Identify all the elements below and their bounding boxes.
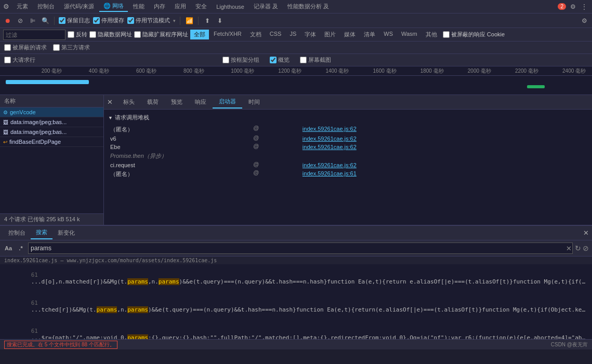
bottom-section: 控制台 搜索 新变化 ✕ Aa .* ✕ ↻ ⊘ index.59261cae.… xyxy=(0,225,592,349)
filter-input[interactable] xyxy=(3,30,65,40)
settings-icon[interactable]: ⚙ xyxy=(568,2,577,11)
filter-icon[interactable]: ⊫ xyxy=(28,16,37,25)
call-stack-row-anonymous: （匿名） @ index.59261cae.js:62 xyxy=(108,125,588,134)
filter-tag-css[interactable]: CSS xyxy=(266,30,285,39)
regex-btn[interactable]: .* xyxy=(16,243,26,253)
request-item-genvcode[interactable]: ⚙ genVcode xyxy=(0,107,103,117)
result-line-3[interactable]: 61 ...$r={path:"/",name:void 0,params:{}… xyxy=(0,320,592,339)
attribution: CSDN @夜无宵 xyxy=(551,341,588,348)
stop-icon[interactable]: ⊘ xyxy=(16,16,25,25)
file-link[interactable]: index.59261cae.js:61 xyxy=(302,170,357,177)
more-icon[interactable]: ⋮ xyxy=(580,2,589,11)
disable-throttle-checkbox[interactable]: 停用节流模式 xyxy=(127,17,170,24)
filter-tag-all[interactable]: 全部 xyxy=(190,30,209,39)
at-sign: @ xyxy=(251,169,300,179)
tick-800: 800 毫秒 xyxy=(183,68,204,75)
file-link[interactable]: index.59261cae.js:62 xyxy=(302,144,357,150)
file-link[interactable]: index.59261cae.js:62 xyxy=(302,162,357,168)
filter-tag-media[interactable]: 媒体 xyxy=(340,30,359,39)
file-link[interactable]: index.59261cae.js:62 xyxy=(302,136,357,142)
request-item-name: data:image/jpeg;bas... xyxy=(10,119,100,125)
third-party-checkbox[interactable]: 第三方请求 xyxy=(53,44,90,51)
result-line-1[interactable]: 61 ...d[o],n.matched[r])&&Mg(t.params,n.… xyxy=(0,264,592,292)
divider xyxy=(54,17,55,25)
tab-network[interactable]: 🌐 网络 xyxy=(99,1,128,12)
tab-console[interactable]: 控制台 xyxy=(33,2,59,11)
blocked-requests-checkbox[interactable]: 被屏蔽的请求 xyxy=(4,44,47,51)
tick-400: 400 毫秒 xyxy=(89,68,109,75)
detail-tab-payload[interactable]: 载荷 xyxy=(141,96,165,108)
invert-checkbox[interactable]: 反转 xyxy=(68,31,87,38)
preserve-log-checkbox[interactable]: 保留日志 xyxy=(59,17,90,24)
bottom-tab-search[interactable]: 搜索 xyxy=(31,226,52,239)
bottom-tab-console[interactable]: 控制台 xyxy=(3,227,31,239)
group-by-frame-checkbox[interactable]: 按框架分组 xyxy=(222,56,259,64)
detail-tab-response[interactable]: 响应 xyxy=(189,96,213,108)
detail-tabs: ✕ 标头 载荷 预览 响应 启动器 时间 xyxy=(104,95,592,110)
tab-perf-insights[interactable]: 性能数据分析 及 xyxy=(283,2,333,11)
large-rows-checkbox[interactable]: 大请求行 xyxy=(4,56,35,64)
overview-checkbox[interactable]: 概览 xyxy=(270,56,290,64)
tick-1800: 1800 毫秒 xyxy=(420,68,444,75)
detail-tab-headers[interactable]: 标头 xyxy=(117,96,141,108)
filter-tag-other[interactable]: 其他 xyxy=(422,30,441,39)
upload-icon[interactable]: ⬆ xyxy=(203,16,212,25)
filter-row: 反转 隐藏数据网址 隐藏扩展程序网址 全部 Fetch/XHR 文档 CSS J… xyxy=(0,28,592,42)
hide-data-url-checkbox[interactable]: 隐藏数据网址 xyxy=(89,31,132,38)
filter-tag-img[interactable]: 图片 xyxy=(321,30,339,39)
extra-filter-row: 被屏蔽的请求 第三方请求 xyxy=(0,42,592,54)
tab-recorder[interactable]: 记录器 及 xyxy=(249,2,282,11)
search-icon[interactable]: 🔍 xyxy=(41,16,50,25)
filter-tag-fetch-xhr[interactable]: Fetch/XHR xyxy=(210,30,245,39)
func-name: （匿名） xyxy=(108,125,251,134)
request-item-img1[interactable]: 🖼 data:image/jpeg;bas... xyxy=(0,117,103,127)
download-icon[interactable]: ⬇ xyxy=(215,16,225,25)
filter-tag-js[interactable]: JS xyxy=(286,30,300,39)
tab-performance[interactable]: 性能 xyxy=(129,2,149,11)
line-number: 61 xyxy=(31,300,38,306)
bottom-tab-changes[interactable]: 新变化 xyxy=(52,227,80,239)
call-stack-row-ebe: Ebe @ index.59261cae.js:62 xyxy=(108,143,588,151)
disable-cache-checkbox[interactable]: 停用缓存 xyxy=(93,17,124,24)
search-cancel-btn[interactable]: ⊘ xyxy=(583,244,589,252)
func-name: Ebe xyxy=(108,143,251,151)
timeline-bar-blue xyxy=(6,80,88,84)
filter-tag-ws[interactable]: WS xyxy=(380,30,397,39)
tick-2200: 2200 毫秒 xyxy=(515,68,538,75)
result-line-2[interactable]: 61 ...tched[r])&&Mg(t.params,n.params)&&… xyxy=(0,292,592,320)
detail-tab-preview[interactable]: 预览 xyxy=(165,96,189,108)
detail-tab-timing[interactable]: 时间 xyxy=(242,96,266,108)
filter-tag-doc[interactable]: 文档 xyxy=(246,30,265,39)
left-panel: 名称 ⚙ genVcode 🖼 data:image/jpeg;bas... 🖼… xyxy=(0,95,104,225)
request-item-find[interactable]: ↩ findBaseEntDpPage xyxy=(0,137,103,147)
search-clear-btn[interactable]: ✕ xyxy=(566,245,572,252)
blocked-cookie-checkbox[interactable]: 被屏蔽的响应 Cookie xyxy=(443,31,505,38)
network-settings-icon[interactable]: ⚙ xyxy=(580,16,589,25)
search-input[interactable] xyxy=(28,242,573,254)
main-split: 名称 ⚙ genVcode 🖼 data:image/jpeg;bas... 🖼… xyxy=(0,95,592,225)
options-row: 大请求行 按框架分组 概览 屏幕截图 xyxy=(0,54,592,66)
file-link[interactable]: index.59261cae.js:62 xyxy=(302,126,357,132)
tab-sources[interactable]: 源代码/来源 xyxy=(60,2,98,11)
bottom-close-btn[interactable]: ✕ xyxy=(583,229,589,237)
tab-memory[interactable]: 内存 xyxy=(150,2,169,11)
detail-tab-initiator[interactable]: 启动器 xyxy=(213,96,242,109)
record-icon[interactable]: ⏺ xyxy=(3,16,12,25)
tab-elements[interactable]: 元素 xyxy=(12,2,32,11)
call-stack-section-header[interactable]: ▼ 请求调用堆栈 xyxy=(108,114,588,122)
hide-extension-url-checkbox[interactable]: 隐藏扩展程序网址 xyxy=(134,31,188,38)
detail-close-btn[interactable]: ✕ xyxy=(107,98,113,106)
tab-lighthouse[interactable]: Lighthouse xyxy=(212,3,248,11)
tab-application[interactable]: 应用 xyxy=(170,2,190,11)
case-sensitive-btn[interactable]: Aa xyxy=(3,243,14,253)
throttle-dropdown-arrow[interactable]: ▾ xyxy=(173,18,176,23)
request-list: ⚙ genVcode 🖼 data:image/jpeg;bas... 🖼 da… xyxy=(0,107,103,213)
filter-tag-wasm[interactable]: Wasm xyxy=(398,30,421,39)
filter-tag-manifest[interactable]: 清单 xyxy=(360,30,379,39)
tab-security[interactable]: 安全 xyxy=(191,2,211,11)
search-refresh-btn[interactable]: ↻ xyxy=(575,244,581,252)
filter-tag-font[interactable]: 字体 xyxy=(301,30,320,39)
request-item-img2[interactable]: 🖼 data:image/jpeg;bas... xyxy=(0,127,103,137)
screenshot-checkbox[interactable]: 屏幕截图 xyxy=(300,56,331,64)
wifi-icon[interactable]: 📶 xyxy=(185,16,194,25)
